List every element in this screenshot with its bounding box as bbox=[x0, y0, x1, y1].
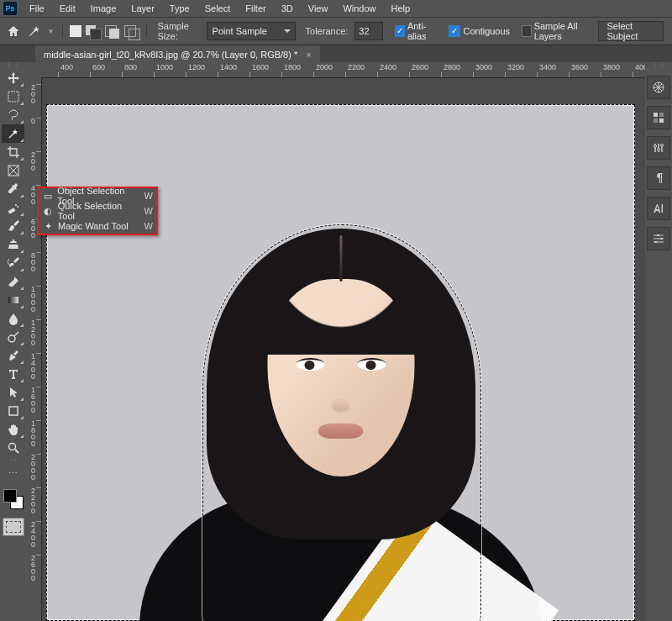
tolerance-input[interactable]: 32 bbox=[354, 22, 383, 40]
svg-rect-18 bbox=[660, 238, 663, 239]
magic-wand-icon: ✦ bbox=[42, 220, 54, 232]
svg-point-6 bbox=[8, 335, 15, 342]
svg-rect-2 bbox=[8, 208, 15, 213]
character-panel-icon[interactable] bbox=[647, 197, 670, 220]
options-bar: ▼ Sample Size: Point Sample Tolerance: 3… bbox=[0, 18, 672, 45]
document-tab-label: middle-asian-girl_t20_kRv8I3.jpg @ 20.7%… bbox=[44, 50, 297, 60]
brush-tool[interactable] bbox=[2, 217, 24, 235]
shape-tool[interactable] bbox=[2, 402, 24, 420]
dodge-tool[interactable] bbox=[2, 328, 24, 346]
svg-point-16 bbox=[661, 145, 664, 147]
menu-filter[interactable]: Filter bbox=[238, 3, 273, 13]
flyout-quick-selection[interactable]: ◐ Quick Selection Tool W bbox=[39, 203, 156, 218]
crop-tool[interactable] bbox=[2, 143, 24, 161]
home-button[interactable] bbox=[5, 21, 21, 41]
document-tab-bar: middle-asian-girl_t20_kRv8I3.jpg @ 20.7%… bbox=[0, 45, 672, 64]
blur-tool[interactable] bbox=[2, 309, 24, 328]
svg-rect-7 bbox=[9, 407, 18, 415]
object-selection-icon: ▭ bbox=[42, 190, 53, 202]
clone-stamp-tool[interactable] bbox=[2, 235, 24, 254]
svg-rect-13 bbox=[659, 118, 664, 123]
ruler-corner bbox=[26, 62, 42, 78]
marquee-tool[interactable] bbox=[2, 87, 24, 106]
swatches-panel-icon[interactable] bbox=[647, 106, 670, 129]
quick-selection-icon: ◐ bbox=[42, 205, 54, 217]
app-logo: Ps bbox=[3, 2, 17, 15]
menu-window[interactable]: Window bbox=[335, 3, 383, 13]
chevron-down-icon[interactable]: ▼ bbox=[48, 28, 55, 35]
quick-mask-toggle[interactable] bbox=[3, 518, 24, 536]
move-tool[interactable] bbox=[2, 69, 24, 87]
svg-rect-17 bbox=[657, 234, 659, 236]
menu-file[interactable]: File bbox=[22, 3, 52, 13]
eyedropper-tool[interactable] bbox=[2, 180, 24, 198]
tolerance-label: Tolerance: bbox=[306, 26, 349, 36]
svg-point-3 bbox=[15, 204, 17, 206]
sample-size-label: Sample Size: bbox=[157, 21, 201, 41]
pen-tool[interactable] bbox=[2, 346, 24, 365]
toolbar-grip-icon[interactable]: ⋮⋮ bbox=[0, 62, 26, 69]
menu-edit[interactable]: Edit bbox=[52, 3, 83, 13]
svg-point-15 bbox=[658, 149, 660, 151]
svg-point-4 bbox=[17, 206, 18, 208]
menu-layer[interactable]: Layer bbox=[123, 3, 162, 13]
subtract-from-selection-icon[interactable] bbox=[105, 25, 120, 37]
svg-rect-0 bbox=[8, 92, 18, 102]
magic-wand-flyout: ▭ Object Selection Tool W ◐ Quick Select… bbox=[37, 187, 158, 235]
tools-panel: ⋮⋮ ⋯ ⋯ bbox=[0, 62, 27, 621]
select-subject-button[interactable]: Select Subject bbox=[598, 21, 664, 41]
canvas-area: 4006008001000120014001600180020002200240… bbox=[26, 62, 645, 621]
sample-all-layers-checkbox[interactable]: Sample All Layers bbox=[522, 21, 592, 41]
menu-help[interactable]: Help bbox=[384, 3, 418, 13]
dock-grip-icon[interactable]: ⋮⋮ bbox=[645, 62, 672, 69]
properties-panel-icon[interactable] bbox=[647, 227, 670, 250]
workspace: ⋮⋮ ⋯ ⋯ ⋮⋮ 4006 bbox=[0, 62, 672, 621]
color-panel-icon[interactable] bbox=[647, 76, 670, 99]
image-subject bbox=[160, 199, 522, 621]
zoom-tool[interactable] bbox=[2, 439, 24, 457]
vertical-ruler[interactable]: 2000200400600800100012001400160018002000… bbox=[26, 77, 42, 621]
sample-size-dropdown[interactable]: Point Sample bbox=[207, 22, 296, 40]
svg-rect-10 bbox=[654, 113, 658, 117]
add-to-selection-icon[interactable] bbox=[86, 25, 101, 37]
document-tab[interactable]: middle-asian-girl_t20_kRv8I3.jpg @ 20.7%… bbox=[35, 45, 320, 64]
type-tool[interactable] bbox=[2, 365, 24, 383]
frame-tool[interactable] bbox=[2, 161, 24, 180]
menu-image[interactable]: Image bbox=[83, 3, 124, 13]
svg-rect-12 bbox=[654, 118, 658, 123]
svg-rect-19 bbox=[654, 241, 657, 243]
path-selection-tool[interactable] bbox=[2, 383, 24, 402]
gradient-tool[interactable] bbox=[2, 291, 24, 309]
canvas[interactable] bbox=[46, 104, 635, 621]
horizontal-ruler[interactable]: 4006008001000120014001600180020002200240… bbox=[41, 62, 645, 78]
svg-point-14 bbox=[654, 145, 657, 148]
close-tab-icon[interactable]: × bbox=[306, 50, 311, 60]
contiguous-checkbox[interactable]: ✓Contiguous bbox=[449, 25, 510, 37]
adjustments-panel-icon[interactable] bbox=[647, 136, 670, 160]
menu-select[interactable]: Select bbox=[197, 3, 239, 13]
intersect-selection-icon[interactable] bbox=[124, 25, 139, 37]
new-selection-icon[interactable] bbox=[70, 25, 81, 37]
svg-point-8 bbox=[8, 444, 15, 450]
tool-preset-icon[interactable] bbox=[26, 21, 42, 41]
eraser-tool[interactable] bbox=[2, 272, 24, 291]
menu-3d[interactable]: 3D bbox=[274, 3, 301, 13]
svg-rect-5 bbox=[8, 297, 18, 303]
menu-bar: Ps File Edit Image Layer Type Select Fil… bbox=[0, 0, 672, 18]
antialias-checkbox[interactable]: ✓Anti-alias bbox=[395, 21, 437, 41]
healing-brush-tool[interactable] bbox=[2, 198, 24, 217]
hand-tool[interactable] bbox=[2, 420, 24, 439]
toolbar-divider-icon: ⋯ bbox=[0, 457, 26, 464]
menu-type[interactable]: Type bbox=[162, 3, 197, 13]
paragraph-panel-icon[interactable] bbox=[647, 166, 670, 190]
foreground-background-swatch[interactable] bbox=[2, 487, 25, 511]
history-brush-tool[interactable] bbox=[2, 254, 24, 272]
svg-rect-11 bbox=[659, 113, 664, 117]
right-panel-dock: ⋮⋮ bbox=[644, 62, 672, 621]
lasso-tool[interactable] bbox=[2, 106, 24, 124]
edit-toolbar-button[interactable]: ⋯ bbox=[2, 464, 24, 482]
menu-view[interactable]: View bbox=[301, 3, 336, 13]
magic-wand-tool[interactable] bbox=[2, 124, 24, 143]
subject-selection-outline bbox=[202, 224, 481, 621]
